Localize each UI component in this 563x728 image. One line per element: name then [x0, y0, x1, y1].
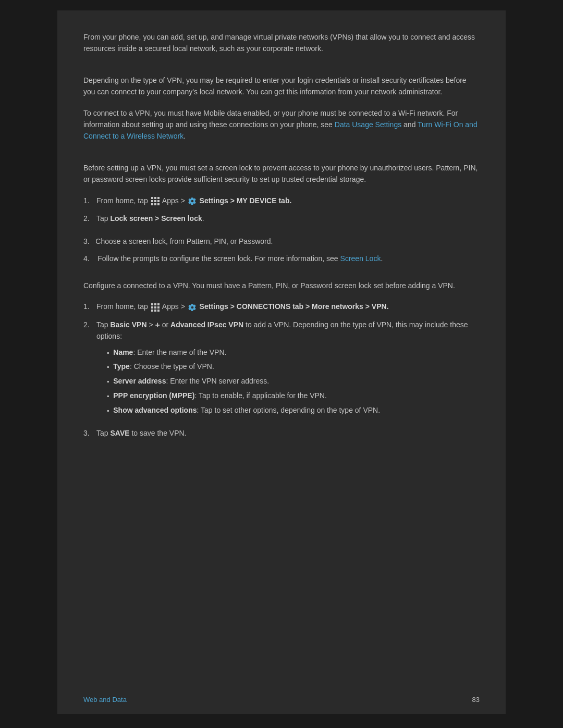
basic-vpn-text: Basic VPN — [110, 320, 146, 329]
section2-step3-num: 3. — [83, 427, 96, 439]
section2-step2-mid: > — [147, 320, 155, 329]
section1-step2: 2. Tap Lock screen > Screen lock. — [83, 213, 480, 224]
footer-left-text: Web and Data — [83, 696, 127, 704]
gear-icon-1 — [188, 197, 197, 205]
bullet-type-label: Type — [113, 361, 130, 373]
section2-step3-content: Tap SAVE to save the VPN. — [96, 427, 480, 439]
step2-num: 2. — [83, 213, 96, 224]
page-container: From your phone, you can add, set up, an… — [0, 0, 563, 728]
paragraph-1: From your phone, you can add, set up, an… — [83, 31, 480, 55]
step1-text-mid: > — [181, 196, 187, 205]
bullet-ppp-label: PPP encryption (MPPE) — [113, 390, 194, 402]
section2-step2-text-or: or — [160, 320, 170, 329]
bullet-type-text: : Choose the type of VPN. — [130, 361, 214, 373]
section2-step1-content: From home, tap Apps > Settings > CONNECT… — [96, 301, 480, 312]
step2-content: Tap Lock screen > Screen lock. — [96, 213, 480, 224]
section2-step3-text-post: to save the VPN. — [130, 429, 187, 437]
para3-text-mid: and — [401, 120, 418, 129]
lock-screen-text: Lock screen > Screen lock — [110, 214, 202, 223]
section2-step1: 1. From home, tap Apps > — [83, 301, 480, 312]
step1-text-pre: From home, tap — [96, 196, 150, 205]
section2-step3-text-pre: Tap — [96, 429, 110, 437]
bullet-advanced-label: Show advanced options — [113, 404, 197, 417]
section2-steps: 1. From home, tap Apps > — [83, 301, 480, 439]
bullet-ppp: PPP encryption (MPPE): Tap to enable, if… — [107, 390, 480, 402]
section2-step3: 3. Tap SAVE to save the VPN. — [83, 427, 480, 439]
data-usage-link[interactable]: Data Usage Settings — [335, 120, 401, 129]
apps-label-1: Apps — [162, 196, 179, 205]
step1-content: From home, tap Apps > Settings > MY DEVI… — [96, 195, 480, 206]
bullet-type: Type: Choose the type of VPN. — [107, 361, 480, 373]
bullet-advanced: Show advanced options: Tap to set other … — [107, 404, 480, 417]
screen-lock-link[interactable]: Screen Lock — [340, 254, 381, 263]
section2-step1-text-pre: From home, tap — [96, 302, 150, 311]
section1-steps: 1. From home, tap Apps > — [83, 195, 480, 225]
bullet-name-label: Name — [113, 347, 133, 359]
section1-step4: 4. Follow the prompts to configure the s… — [83, 253, 480, 264]
footer: Web and Data 83 — [83, 696, 480, 704]
bullet-name-text: : Enter the name of the VPN. — [133, 347, 226, 359]
apps-grid-icon-2 — [151, 303, 160, 312]
bullet-server-label: Server address — [113, 375, 166, 388]
section2-step2-text-pre: Tap — [96, 320, 110, 329]
section2-step2-num: 2. — [83, 319, 96, 330]
step1-num: 1. — [83, 195, 96, 206]
bullet-server: Server address: Enter the VPN server add… — [107, 375, 480, 388]
bullet-name: Name: Enter the name of the VPN. — [107, 347, 480, 359]
footer-page-number: 83 — [472, 696, 480, 704]
section2-step1-num: 1. — [83, 301, 96, 312]
gap-sm-1 — [83, 230, 480, 236]
step1-text-post: Settings > MY DEVICE tab. — [200, 196, 292, 205]
section2-step2-content: Tap Basic VPN > + or Advanced IPsec VPN … — [96, 319, 480, 421]
gap-1 — [83, 64, 480, 75]
paragraph-5: Configure a connected to a VPN. You must… — [83, 280, 480, 291]
gap-3 — [83, 269, 480, 280]
paragraph-2: Depending on the type of VPN, you may be… — [83, 75, 480, 98]
section1-step1: 1. From home, tap Apps > — [83, 195, 480, 206]
bullet-ppp-text: : Tap to enable, if applicable for the V… — [194, 390, 326, 402]
vpn-options-list: Name: Enter the name of the VPN. Type: C… — [107, 347, 480, 417]
gap-2 — [83, 152, 480, 162]
section2-step1-text-mid: > — [181, 302, 187, 311]
section1-step3: 3. Choose a screen lock, from Pattern, P… — [83, 236, 480, 247]
paragraph-4: Before setting up a VPN, you must set a … — [83, 162, 480, 186]
bullet-server-text: : Enter the VPN server address. — [166, 375, 269, 388]
apps-label-2: Apps — [162, 302, 179, 311]
bullet-advanced-text: : Tap to set other options, depending on… — [197, 404, 381, 417]
section2-step1-text-post: Settings > CONNECTIONS tab > More networ… — [200, 302, 389, 311]
section2-step2: 2. Tap Basic VPN > + or Advanced IPsec V… — [83, 319, 480, 421]
gear-icon-2 — [188, 303, 197, 312]
plus-icon: + — [155, 321, 160, 329]
paragraph-3: To connect to a VPN, you must have Mobil… — [83, 107, 480, 142]
apps-grid-icon-1 — [151, 197, 160, 205]
para3-text-end: . — [183, 132, 186, 140]
advanced-vpn-text: Advanced IPsec VPN — [170, 320, 243, 329]
save-text: SAVE — [110, 429, 129, 437]
document-page: From your phone, you can add, set up, an… — [57, 10, 506, 714]
